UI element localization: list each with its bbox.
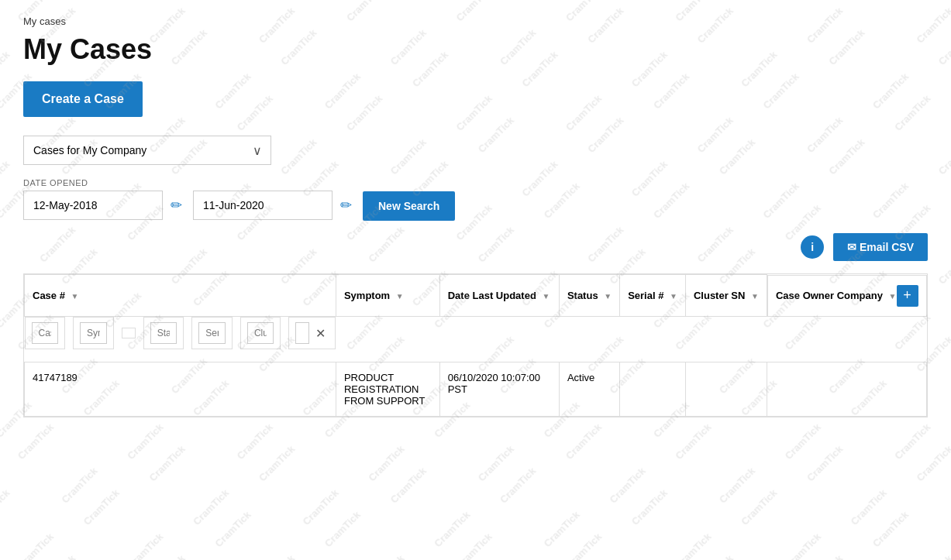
sort-icon-case-num[interactable]: ▼	[71, 292, 79, 301]
filter-status-cell	[143, 317, 184, 349]
col-header-owner-company: Case Owner Company ▼ +	[767, 275, 927, 317]
col-header-serial: Serial # ▼	[620, 275, 686, 317]
filter-serial-cell	[191, 317, 233, 349]
page-container: CramTick CramTick CramTick CramTick My c…	[0, 0, 951, 560]
filter-status-input[interactable]	[150, 322, 177, 344]
cases-table-wrapper: Case # ▼ Symptom ▼ Date Last Updated ▼ S…	[23, 273, 928, 417]
date-from-group: DATE OPENED ✏	[23, 178, 185, 220]
create-case-button[interactable]: Create a Case	[23, 81, 143, 117]
col-header-status: Status ▼	[559, 275, 619, 317]
date-from-input[interactable]	[23, 191, 163, 220]
company-filter-wrapper: Cases for My CompanyAll Cases ∨	[23, 136, 271, 165]
table-filter-row: ✕	[25, 317, 336, 349]
sort-icon-owner-company[interactable]: ▼	[889, 292, 897, 301]
action-row: i ✉ Email CSV	[23, 233, 928, 261]
filter-case-num-cell	[25, 317, 66, 349]
filter-cluster-sn-cell	[240, 317, 281, 349]
filter-owner-company-input[interactable]	[295, 322, 309, 344]
date-to-wrapper: ✏	[193, 191, 355, 220]
cell-date-updated: 06/10/2020 10:07:00 PST	[439, 362, 559, 417]
date-from-edit-icon[interactable]: ✏	[167, 194, 185, 217]
cell-status: Active	[559, 362, 619, 417]
date-to-group: DATE OPENED ✏	[193, 178, 355, 220]
col-header-date-updated: Date Last Updated ▼	[439, 275, 559, 317]
date-opened-label: DATE OPENED	[23, 178, 185, 187]
col-header-case-num: Case # ▼	[25, 275, 336, 317]
cell-case-num: 41747189	[25, 362, 336, 417]
cell-symptom: PRODUCT REGISTRATION FROM SUPPORT	[336, 362, 439, 417]
table-row: 41747189 PRODUCT REGISTRATION FROM SUPPO…	[25, 362, 927, 417]
filter-date-updated-cell	[122, 328, 136, 338]
info-icon[interactable]: i	[801, 235, 824, 259]
filter-owner-company-cell: ✕	[288, 317, 336, 349]
filter-symptom-input[interactable]	[80, 322, 107, 344]
company-filter-select[interactable]: Cases for My CompanyAll Cases	[23, 136, 271, 165]
sort-icon-serial[interactable]: ▼	[670, 292, 677, 301]
add-column-button[interactable]: +	[897, 285, 918, 307]
cell-owner-company	[767, 362, 926, 417]
filter-case-num-input[interactable]	[32, 322, 59, 344]
table-body: 41747189 PRODUCT REGISTRATION FROM SUPPO…	[25, 362, 927, 417]
col-header-cluster-sn: Cluster SN ▼	[685, 275, 767, 317]
filter-symptom-cell	[73, 317, 114, 349]
filter-owner-company-wrapper: ✕	[295, 322, 329, 344]
page-title: My Cases	[23, 33, 928, 66]
clear-filter-button[interactable]: ✕	[312, 325, 329, 342]
email-csv-button[interactable]: ✉ Email CSV	[833, 233, 928, 261]
filter-row: Cases for My CompanyAll Cases ∨	[23, 136, 928, 165]
filter-cluster-sn-input[interactable]	[247, 322, 274, 344]
sort-icon-symptom[interactable]: ▼	[396, 292, 404, 301]
col-header-symptom: Symptom ▼	[336, 275, 439, 317]
filter-serial-input[interactable]	[198, 322, 226, 344]
cases-table: Case # ▼ Symptom ▼ Date Last Updated ▼ S…	[24, 274, 927, 417]
date-section: DATE OPENED ✏ DATE OPENED ✏ New Search	[23, 177, 928, 221]
sort-icon-cluster-sn[interactable]: ▼	[751, 292, 759, 301]
date-from-wrapper: ✏	[23, 191, 185, 220]
breadcrumb: My cases	[23, 15, 928, 27]
date-to-edit-icon[interactable]: ✏	[337, 194, 355, 217]
new-search-button[interactable]: New Search	[363, 191, 455, 221]
cell-serial	[620, 362, 686, 417]
date-to-input[interactable]	[193, 191, 333, 220]
cell-cluster-sn	[685, 362, 767, 417]
table-header-row: Case # ▼ Symptom ▼ Date Last Updated ▼ S…	[25, 275, 927, 317]
sort-icon-status[interactable]: ▼	[604, 292, 612, 301]
sort-icon-date-updated[interactable]: ▼	[542, 292, 550, 301]
